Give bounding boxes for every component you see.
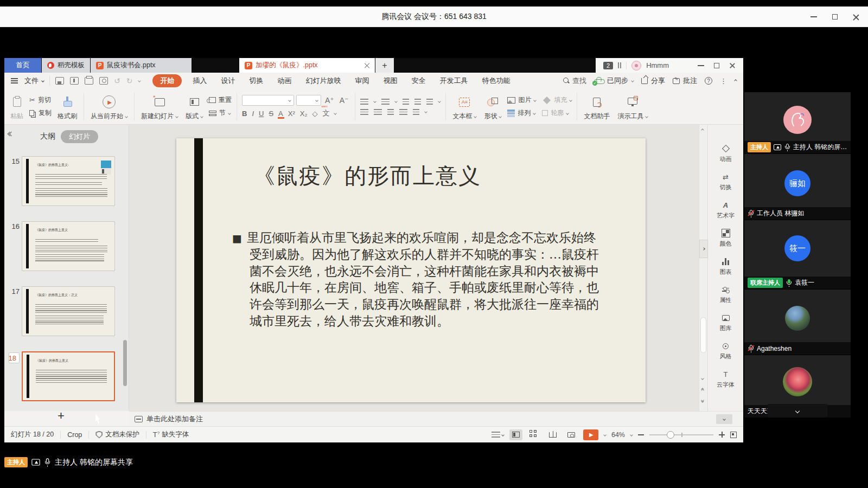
more-commands-icon[interactable] xyxy=(138,79,142,82)
grow-font-button[interactable]: A⁺ xyxy=(323,96,336,105)
next-slide-button[interactable] xyxy=(701,400,704,402)
font-family-select[interactable] xyxy=(242,95,294,106)
collapse-sidebar-icon[interactable] xyxy=(10,132,13,136)
maximize-icon[interactable] xyxy=(832,14,838,20)
copy-button[interactable]: 复制 xyxy=(29,108,52,118)
normal-view-button[interactable] xyxy=(509,429,522,440)
notes-collapse-button[interactable] xyxy=(716,414,732,424)
text-direction-button[interactable] xyxy=(426,99,433,105)
picture-button[interactable]: 图片 xyxy=(507,95,536,105)
strikethrough-button[interactable]: S xyxy=(269,110,273,118)
menu-tab-slideshow[interactable]: 幻灯片放映 xyxy=(299,76,347,86)
underline-button[interactable]: U xyxy=(259,110,264,118)
crop-indicator[interactable]: Crop xyxy=(67,431,82,439)
textbox-button[interactable]: A≡ 文本框 xyxy=(449,89,480,124)
main-scrollbar[interactable] xyxy=(699,125,707,411)
share-button[interactable]: 分享 xyxy=(641,76,665,86)
find-button[interactable]: 查找 xyxy=(563,76,586,86)
participant-tile-tiantianlan[interactable]: 天天天蓝 xyxy=(744,355,851,418)
zoom-level[interactable]: 64% xyxy=(611,431,625,439)
sidebar-scrollbar[interactable] xyxy=(123,340,127,386)
scroll-up-icon[interactable] xyxy=(701,129,704,132)
window-count-badge[interactable]: 2 xyxy=(603,62,613,69)
scroll-down-icon[interactable] xyxy=(701,377,704,380)
zoom-options-icon[interactable] xyxy=(630,433,633,436)
participant-tile-host[interactable]: 主持人 主持人 韩铭的屏幕共... xyxy=(744,92,851,154)
fit-to-window-button[interactable] xyxy=(730,432,737,438)
protection-status[interactable]: 文档未保护 xyxy=(95,430,139,439)
menu-tab-view[interactable]: 视图 xyxy=(376,76,404,86)
play-slideshow-button[interactable]: ▶ xyxy=(583,429,598,440)
slide-title[interactable]: 《鼠疫》的形而上意义 xyxy=(253,161,481,191)
menu-tab-design[interactable]: 设计 xyxy=(214,76,241,86)
reading-view-button[interactable] xyxy=(546,429,559,440)
align-center-button[interactable] xyxy=(374,109,382,115)
italic-button[interactable]: I xyxy=(252,110,254,118)
decrease-indent-button[interactable] xyxy=(403,99,409,105)
play-options-icon[interactable] xyxy=(603,433,607,436)
layout-button[interactable]: 版式 xyxy=(182,89,207,124)
tab-document-1[interactable]: P 鼠疫读书会.pptx xyxy=(91,58,192,73)
slideshow-view-button[interactable] xyxy=(565,429,578,440)
zoom-slider[interactable] xyxy=(649,431,713,439)
notes-bar[interactable]: 单击此处添加备注 xyxy=(129,411,743,426)
tab-document-2-active[interactable]: P 加缪的《鼠疫》.pptx xyxy=(239,58,375,73)
missing-fonts-status[interactable]: T? 缺失字体 xyxy=(153,430,189,439)
tool-chart[interactable]: 图表 xyxy=(720,257,732,278)
menu-tab-features[interactable]: 特色功能 xyxy=(475,76,516,86)
zoom-in-button[interactable] xyxy=(719,432,725,438)
export-icon[interactable] xyxy=(70,77,79,85)
account-avatar[interactable] xyxy=(631,61,641,70)
tool-cloudfont[interactable]: T云字体 xyxy=(717,370,735,391)
slide-editor-area[interactable]: 《鼠疫》的形而上意义 ■里厄倾听着从市里飞扬起来的欢乐喧闹，却是念念不忘欢乐始终… xyxy=(129,125,699,411)
menu-tab-devtools[interactable]: 开发工具 xyxy=(433,76,474,86)
participant-tile-cohost[interactable]: 筱一 联席主持人 袁筱一 xyxy=(744,220,851,290)
previous-slide-button[interactable] xyxy=(701,389,704,391)
tool-gallery[interactable]: 图库 xyxy=(720,313,732,335)
justify-button[interactable] xyxy=(399,109,407,115)
notes-toggle-button[interactable] xyxy=(492,432,504,438)
wps-minimize-icon[interactable] xyxy=(698,65,704,66)
add-slide-button[interactable]: + xyxy=(58,409,65,423)
align-right-button[interactable] xyxy=(387,109,394,115)
sync-status[interactable]: ✓ 已同步 xyxy=(594,76,634,86)
pinyin-button[interactable]: 文 xyxy=(322,108,329,118)
menu-tab-transition[interactable]: 切换 xyxy=(242,76,270,86)
section-button[interactable]: 节 xyxy=(209,108,232,118)
menu-tab-security[interactable]: 安全 xyxy=(405,76,432,86)
cut-button[interactable]: ✂剪切 xyxy=(29,95,52,105)
bold-button[interactable]: B xyxy=(242,110,247,118)
menu-tab-review[interactable]: 审阅 xyxy=(348,76,375,86)
bullet-list-button[interactable] xyxy=(360,99,368,105)
new-slide-button[interactable]: 新建幻灯片 xyxy=(137,89,182,124)
shapes-button[interactable]: 形状 xyxy=(480,89,505,124)
outline-tab[interactable]: 大纲 xyxy=(40,132,55,142)
subscript-button[interactable]: X₂ xyxy=(300,110,308,118)
tab-home[interactable]: 首页 xyxy=(4,58,41,73)
comment-button[interactable]: 批注 xyxy=(673,76,697,86)
play-from-current-button[interactable]: ▶ 从当前开始 xyxy=(87,89,131,124)
clear-format-button[interactable]: ◇ xyxy=(312,110,317,118)
wps-close-icon[interactable] xyxy=(729,62,736,69)
tab-docer-templates[interactable]: 稻壳模板 xyxy=(42,58,90,73)
line-spacing-button[interactable] xyxy=(413,109,419,115)
redo-icon[interactable]: ↻ xyxy=(126,76,133,85)
tool-wordart[interactable]: A艺术字 xyxy=(717,201,735,222)
slide-canvas[interactable]: 《鼠疫》的形而上意义 ■里厄倾听着从市里飞扬起来的欢乐喧闹，却是念念不忘欢乐始终… xyxy=(176,138,646,402)
notes-placeholder[interactable]: 单击此处添加备注 xyxy=(146,414,203,424)
increase-indent-button[interactable] xyxy=(414,99,421,105)
more-menu-icon[interactable]: ⋮ xyxy=(720,77,727,85)
print-icon[interactable] xyxy=(85,77,93,85)
doc-assistant-button[interactable]: 文档助手 xyxy=(580,89,614,124)
outline-button[interactable]: 轮廓 xyxy=(542,108,569,118)
tool-properties[interactable]: 属性 xyxy=(720,285,732,306)
account-name[interactable]: Hmmm xyxy=(646,61,669,69)
zoom-slider-knob[interactable] xyxy=(667,431,674,439)
menu-tab-insert[interactable]: 插入 xyxy=(186,76,213,86)
menu-tab-animation[interactable]: 动画 xyxy=(271,76,298,86)
collapse-ribbon-icon[interactable] xyxy=(734,79,737,82)
tool-style[interactable]: 风格 xyxy=(720,342,732,363)
wps-restore-icon[interactable] xyxy=(714,63,719,68)
present-tools-button[interactable]: 演示工具 xyxy=(614,89,652,124)
slide-body-text[interactable]: ■里厄倾听着从市里飞扬起来的欢乐喧闹，却是念念不忘欢乐始终受到威胁。因为他了解这… xyxy=(232,229,603,330)
